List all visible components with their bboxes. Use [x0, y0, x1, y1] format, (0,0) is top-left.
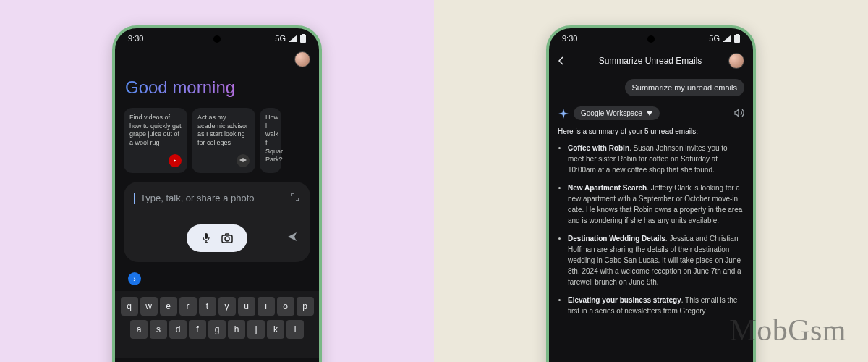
network-label: 5G: [275, 34, 286, 43]
phone-right: 9:30 5G Summarize Unread Emails Summariz…: [546, 25, 756, 362]
youtube-icon: [169, 154, 182, 167]
keyboard-key[interactable]: f: [189, 320, 206, 339]
keyboard-row: qwertyuiop: [118, 297, 316, 316]
camera-notch: [213, 35, 221, 43]
keyboard-key[interactable]: q: [121, 297, 138, 316]
user-message: Summarize my unread emails: [625, 79, 745, 96]
greeting-text: Good morning: [124, 73, 310, 108]
summary-item: Destination Wedding Details. Jessica and…: [568, 233, 744, 287]
signal-icon: [723, 35, 731, 42]
summary-list: Coffee with Robin. Susan Johnson invites…: [558, 143, 744, 316]
chevron-down-icon: [647, 111, 652, 116]
chevron-right-icon[interactable]: ›: [128, 272, 141, 285]
summary-item: New Apartment Search. Jeffery Clark is l…: [568, 182, 744, 226]
workspace-row: Google Workspace: [558, 106, 744, 120]
keyboard-key[interactable]: e: [160, 297, 177, 316]
expand-icon[interactable]: [290, 192, 300, 204]
avatar[interactable]: [728, 53, 744, 69]
action-row: [134, 224, 300, 252]
phone-left: 9:30 5G Good morning Find videos of how …: [112, 25, 322, 362]
status-time: 9:30: [128, 34, 143, 43]
suggestion-row[interactable]: Find videos of how to quickly get grape …: [124, 108, 310, 173]
panel-right: 9:30 5G Summarize Unread Emails Summariz…: [434, 0, 868, 362]
sparkle-icon: [558, 108, 569, 119]
keyboard-key[interactable]: d: [169, 320, 187, 339]
input-placeholder: Type, talk, or share a photo: [140, 193, 255, 203]
suggestion-text: How l walk f Squar Park?: [265, 114, 276, 164]
mic-icon[interactable]: [201, 232, 211, 244]
summary-intro: Here is a summary of your 5 unread email…: [558, 127, 744, 135]
suggestion-text: Act as my academic advisor as I start lo…: [197, 114, 250, 148]
suggestion-text: Find videos of how to quickly get grape …: [129, 114, 182, 148]
status-time: 9:30: [562, 34, 577, 43]
signal-icon: [289, 35, 297, 42]
keyboard-key[interactable]: a: [130, 320, 148, 339]
battery-icon: [734, 34, 740, 43]
keyboard-row: asdfghjkl: [118, 320, 316, 339]
avatar[interactable]: [294, 51, 310, 67]
svg-point-4: [225, 237, 229, 241]
svg-rect-2: [205, 233, 208, 239]
back-button[interactable]: [558, 56, 572, 66]
summary-item: Elevating your business strategy. This e…: [568, 295, 744, 316]
send-icon[interactable]: [287, 232, 297, 245]
keyboard-key[interactable]: o: [277, 297, 294, 316]
speaker-icon[interactable]: [734, 107, 744, 120]
suggestion-card[interactable]: Act as my academic advisor as I start lo…: [192, 108, 255, 173]
svg-rect-1: [302, 34, 305, 35]
text-cursor: [134, 193, 135, 204]
keyboard-key[interactable]: p: [297, 297, 314, 316]
keyboard-key[interactable]: s: [150, 320, 167, 339]
keyboard-key[interactable]: y: [218, 297, 236, 316]
suggestion-card[interactable]: How l walk f Squar Park?: [260, 108, 281, 173]
workspace-chip[interactable]: Google Workspace: [574, 106, 660, 120]
keyboard-key[interactable]: u: [238, 297, 255, 316]
keyboard-key[interactable]: j: [247, 320, 265, 339]
keyboard-key[interactable]: w: [140, 297, 158, 316]
header-row: Summarize Unread Emails: [558, 49, 744, 73]
camera-icon[interactable]: [221, 233, 233, 243]
mic-camera-pill[interactable]: [187, 224, 247, 252]
keyboard-key[interactable]: h: [228, 320, 245, 339]
keyboard-hint-row: ›: [124, 269, 310, 288]
suggestion-card[interactable]: Find videos of how to quickly get grape …: [124, 108, 187, 173]
keyboard-key[interactable]: i: [258, 297, 275, 316]
svg-rect-0: [300, 35, 306, 43]
education-icon: [237, 154, 250, 167]
keyboard-key[interactable]: k: [267, 320, 284, 339]
svg-rect-5: [734, 35, 740, 43]
user-message-row: Summarize my unread emails: [558, 79, 744, 96]
input-area[interactable]: Type, talk, or share a photo: [124, 182, 310, 262]
svg-rect-6: [736, 34, 739, 35]
summary-item: Coffee with Robin. Susan Johnson invites…: [568, 143, 744, 175]
keyboard-key[interactable]: r: [179, 297, 197, 316]
keyboard-key[interactable]: g: [208, 320, 226, 339]
panel-left: 9:30 5G Good morning Find videos of how …: [0, 0, 434, 362]
keyboard-key[interactable]: t: [199, 297, 216, 316]
battery-icon: [300, 34, 306, 43]
network-label: 5G: [709, 34, 720, 43]
keyboard-key[interactable]: l: [286, 320, 304, 339]
keyboard[interactable]: qwertyuiop asdfghjkl: [115, 291, 319, 358]
camera-notch: [647, 35, 655, 43]
workspace-label: Google Workspace: [581, 109, 642, 117]
header-row: [124, 49, 310, 73]
page-title: Summarize Unread Emails: [578, 56, 723, 66]
status-indicators: 5G: [275, 34, 306, 43]
status-indicators: 5G: [709, 34, 740, 43]
